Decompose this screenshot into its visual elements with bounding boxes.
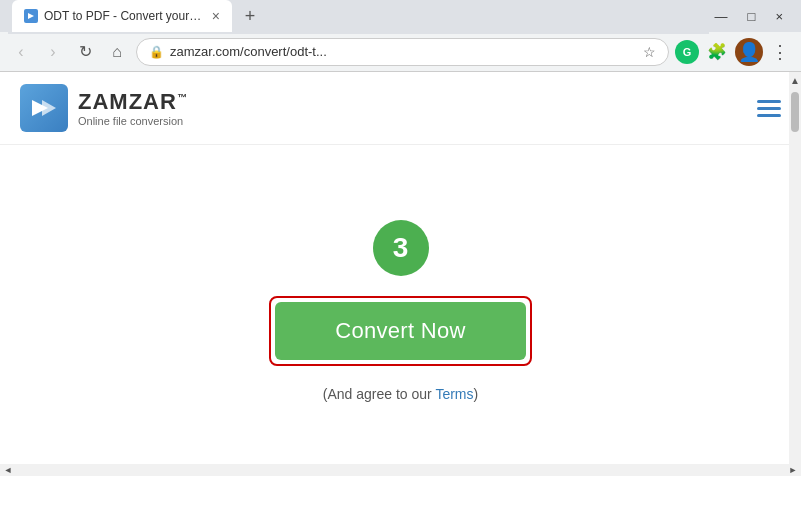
url-bar[interactable]: 🔒 zamzar.com/convert/odt-t... ☆	[136, 38, 669, 66]
tab-close-button[interactable]: ×	[212, 8, 220, 24]
maximize-button[interactable]: □	[742, 9, 762, 24]
hamburger-line-3	[757, 114, 781, 117]
hamburger-line-2	[757, 107, 781, 110]
forward-button[interactable]: ›	[40, 39, 66, 65]
svg-marker-2	[42, 100, 56, 116]
url-text: zamzar.com/convert/odt-t...	[170, 44, 327, 59]
terms-link[interactable]: Terms	[435, 386, 473, 402]
home-button[interactable]: ⌂	[104, 39, 130, 65]
site-header: ZAMZAR™ Online file conversion	[0, 72, 801, 145]
svg-marker-0	[28, 13, 34, 19]
horizontal-scrollbar[interactable]: ◄ ►	[0, 464, 801, 476]
browser-content: ▲ ▼ ZAMZAR™ Online file conversion	[0, 72, 801, 476]
avatar-icon: 👤	[738, 41, 760, 63]
scroll-left-arrow[interactable]: ◄	[0, 464, 16, 476]
main-content: 3 Convert Now (And agree to our Terms)	[0, 145, 801, 476]
bookmark-icon[interactable]: ☆	[643, 44, 656, 60]
close-button[interactable]: ×	[769, 9, 789, 24]
convert-button-wrapper: Convert Now	[269, 296, 531, 366]
horizontal-scroll-track[interactable]	[16, 466, 785, 474]
active-tab[interactable]: ODT to PDF - Convert your ODT t ×	[12, 0, 232, 32]
browser-actions: G 🧩 👤 ⋮	[675, 38, 793, 66]
logo-container: ZAMZAR™ Online file conversion	[20, 84, 188, 132]
hamburger-line-1	[757, 100, 781, 103]
reload-button[interactable]: ↻	[72, 39, 98, 65]
window-controls: — □ ×	[709, 9, 793, 24]
address-bar: ‹ › ↻ ⌂ 🔒 zamzar.com/convert/odt-t... ☆ …	[0, 32, 801, 72]
profile-button[interactable]: 👤	[735, 38, 763, 66]
step-3-circle: 3	[373, 220, 429, 276]
tab-title: ODT to PDF - Convert your ODT t	[44, 9, 202, 23]
tab-favicon	[24, 9, 38, 23]
logo-svg	[28, 92, 60, 124]
title-bar: ODT to PDF - Convert your ODT t × + — □ …	[0, 0, 801, 32]
new-tab-button[interactable]: +	[236, 2, 264, 30]
zamzar-tagline: Online file conversion	[78, 115, 188, 127]
scroll-up-arrow[interactable]: ▲	[789, 72, 801, 88]
lock-icon: 🔒	[149, 45, 164, 59]
puzzle-icon: 🧩	[707, 42, 727, 61]
scrollbar-right[interactable]: ▲ ▼	[789, 72, 801, 476]
logo-text: ZAMZAR™ Online file conversion	[78, 89, 188, 127]
convert-now-button[interactable]: Convert Now	[275, 302, 525, 360]
minimize-button[interactable]: —	[709, 9, 734, 24]
scroll-right-arrow[interactable]: ►	[785, 464, 801, 476]
zamzar-wordmark: ZAMZAR™	[78, 89, 188, 115]
grammarly-button[interactable]: G	[675, 40, 699, 64]
back-button[interactable]: ‹	[8, 39, 34, 65]
hamburger-menu-button[interactable]	[757, 100, 781, 117]
scroll-thumb[interactable]	[791, 92, 799, 132]
terms-text: (And agree to our Terms)	[323, 386, 478, 402]
zamzar-logo-icon	[20, 84, 68, 132]
extensions-button[interactable]: 🧩	[703, 38, 731, 66]
chrome-menu-button[interactable]: ⋮	[767, 41, 793, 63]
